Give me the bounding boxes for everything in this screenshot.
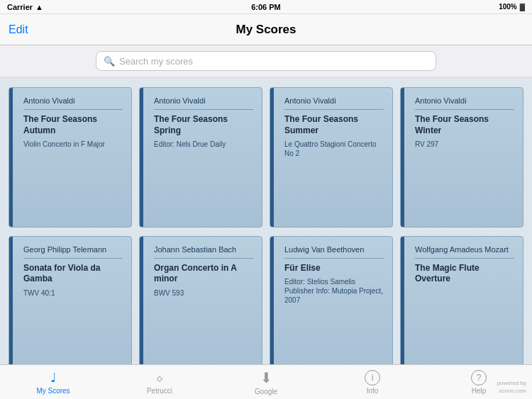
score-composer: Antonio Vivaldi xyxy=(148,96,253,105)
tab-info-label: Info xyxy=(367,387,379,395)
tab-help-icon: ? xyxy=(471,370,487,386)
score-subtitle: Editor: Nels Drue Daily xyxy=(148,140,253,149)
status-time: 6:06 PM xyxy=(251,3,281,11)
score-card[interactable]: Georg Philipp TelemannSonata for Viola d… xyxy=(9,236,132,376)
score-card[interactable]: Antonio VivaldiThe Four Seasons SummerLe… xyxy=(270,87,393,227)
tab-my-scores-label: My Scores xyxy=(36,387,70,395)
battery-icon: ▓ xyxy=(520,3,525,11)
score-row-2: Georg Philipp TelemannSonata for Viola d… xyxy=(9,236,523,376)
search-bar[interactable]: 🔍 Search my scores xyxy=(96,51,436,71)
score-card[interactable]: Ludwig Van BeethovenFür EliseEditor: Ste… xyxy=(270,236,393,376)
search-icon: 🔍 xyxy=(104,56,115,67)
powered-by: powered byscorio.com xyxy=(497,380,526,395)
score-row-1: Antonio VivaldiThe Four Seasons AutumnVi… xyxy=(9,87,523,227)
status-left: Carrier ▲ xyxy=(7,3,43,11)
tab-help-label: Help xyxy=(472,387,487,395)
score-composer: Antonio Vivaldi xyxy=(18,96,123,105)
score-title: The Four Seasons Summer xyxy=(279,114,384,136)
score-composer: Johann Sebastian Bach xyxy=(148,245,253,254)
tab-bar: ♩ My Scores ⬦ Petrucci ⬇ Google i Info ?… xyxy=(0,364,532,399)
score-divider xyxy=(284,109,384,110)
score-card[interactable]: Wolfgang Amadeus MozartThe Magic Flute O… xyxy=(400,236,523,376)
page-title: My Scores xyxy=(235,23,296,37)
main-content: Antonio VivaldiThe Four Seasons AutumnVi… xyxy=(0,77,532,386)
score-card[interactable]: Antonio VivaldiThe Four Seasons WinterRV… xyxy=(400,87,523,227)
tab-petrucci-icon: ⬦ xyxy=(155,369,164,386)
score-title: The Four Seasons Winter xyxy=(409,114,514,136)
tab-info[interactable]: i Info xyxy=(319,365,426,399)
status-right: 100% ▓ xyxy=(499,3,525,11)
carrier-label: Carrier xyxy=(7,3,33,11)
score-title: The Four Seasons Autumn xyxy=(18,114,123,136)
score-divider xyxy=(23,109,123,110)
battery-label: 100% xyxy=(499,3,517,11)
edit-button[interactable]: Edit xyxy=(9,23,28,36)
status-bar: Carrier ▲ 6:06 PM 100% ▓ xyxy=(0,0,532,14)
score-divider xyxy=(284,258,384,259)
score-card[interactable]: Antonio VivaldiThe Four Seasons SpringEd… xyxy=(139,87,262,227)
search-container: 🔍 Search my scores xyxy=(0,45,532,77)
score-composer: Antonio Vivaldi xyxy=(279,96,384,105)
score-composer: Georg Philipp Telemann xyxy=(18,245,123,254)
score-title: Für Elise xyxy=(279,263,384,274)
score-title: The Four Seasons Spring xyxy=(148,114,253,136)
wifi-icon: ▲ xyxy=(35,3,43,11)
score-subtitle: Violin Concerto in F Major xyxy=(18,140,123,149)
nav-bar: Edit My Scores xyxy=(0,14,532,45)
score-card[interactable]: Antonio VivaldiThe Four Seasons AutumnVi… xyxy=(9,87,132,227)
score-divider xyxy=(23,258,123,259)
tab-petrucci[interactable]: ⬦ Petrucci xyxy=(106,365,213,399)
tab-my-scores[interactable]: ♩ My Scores xyxy=(0,365,106,399)
score-card[interactable]: Johann Sebastian BachOrgan Concerto in A… xyxy=(139,236,262,376)
score-composer: Wolfgang Amadeus Mozart xyxy=(409,245,514,254)
score-subtitle: BWV 593 xyxy=(148,288,253,298)
score-composer: Ludwig Van Beethoven xyxy=(279,245,384,254)
score-composer: Antonio Vivaldi xyxy=(409,96,514,105)
score-divider xyxy=(415,109,514,110)
score-subtitle: TWV 40:1 xyxy=(18,288,123,298)
tab-google[interactable]: ⬇ Google xyxy=(213,365,319,399)
tab-google-icon: ⬇ xyxy=(260,369,272,386)
score-title: Organ Concerto in A minor xyxy=(148,263,253,285)
tab-my-scores-icon: ♩ xyxy=(50,370,56,386)
tab-google-label: Google xyxy=(255,388,277,395)
score-title: Sonata for Viola da Gamba xyxy=(18,263,123,285)
score-subtitle: RV 297 xyxy=(409,140,514,149)
tab-info-icon: i xyxy=(365,370,380,386)
score-subtitle: Le Quattro Stagioni Concerto No 2 xyxy=(279,140,384,158)
score-title: The Magic Flute Overture xyxy=(409,263,514,285)
score-divider xyxy=(415,258,514,259)
tab-petrucci-label: Petrucci xyxy=(147,387,172,395)
search-placeholder: Search my scores xyxy=(119,56,193,67)
score-divider xyxy=(154,258,253,259)
score-divider xyxy=(154,109,253,110)
score-subtitle: Editor: Stelios Samelis Publisher Info: … xyxy=(279,277,384,305)
